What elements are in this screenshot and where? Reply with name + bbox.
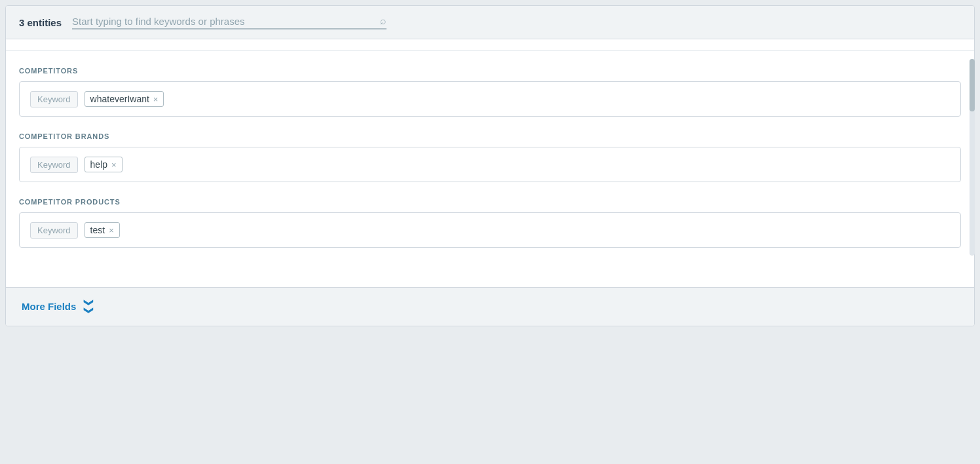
tag-text-help: help <box>90 159 107 170</box>
keyword-row-competitor-products: Keyword test × <box>19 212 961 248</box>
tag-text-test: test <box>90 225 105 235</box>
search-header: 3 entities ⌕ <box>6 6 974 39</box>
search-icon: ⌕ <box>380 15 386 27</box>
main-panel: 3 entities ⌕ COMPETITORS Keyword whateve… <box>5 5 975 326</box>
footer-bar: More Fields ❯❯ <box>6 287 974 326</box>
tag-whateverlwant: whateverIwant × <box>85 91 164 107</box>
section-title-competitor-brands: COMPETITOR BRANDS <box>19 132 961 140</box>
search-input[interactable] <box>72 16 376 27</box>
tag-remove-whateverlwant[interactable]: × <box>153 95 159 104</box>
tag-text-whateverlwant: whateverIwant <box>90 94 149 104</box>
scroll-track <box>970 59 975 256</box>
tag-remove-test[interactable]: × <box>109 226 114 235</box>
scroll-thumb[interactable] <box>970 59 975 111</box>
more-fields-label: More Fields <box>22 301 76 312</box>
entities-count: 3 entities <box>19 17 62 28</box>
keyword-label-competitor-brands: Keyword <box>30 157 78 173</box>
keyword-label-competitor-products: Keyword <box>30 222 78 239</box>
chevron-down-icon: ❯❯ <box>84 299 94 315</box>
more-fields-button[interactable]: More Fields ❯❯ <box>22 301 97 312</box>
tag-help: help × <box>85 157 122 172</box>
partial-scroll-row <box>6 39 974 51</box>
page-wrapper: 3 entities ⌕ COMPETITORS Keyword whateve… <box>0 0 980 464</box>
tag-test: test × <box>85 222 120 238</box>
section-competitor-products: COMPETITOR PRODUCTS Keyword test × <box>19 198 961 248</box>
section-title-competitor-products: COMPETITOR PRODUCTS <box>19 198 961 206</box>
tag-remove-help[interactable]: × <box>111 161 117 169</box>
section-competitor-brands: COMPETITOR BRANDS Keyword help × <box>19 132 961 182</box>
keyword-label-competitors: Keyword <box>30 91 78 107</box>
keyword-row-competitor-brands: Keyword help × <box>19 147 961 182</box>
keyword-row-competitors: Keyword whateverIwant × <box>19 81 961 117</box>
section-competitors: COMPETITORS Keyword whateverIwant × <box>19 67 961 117</box>
search-input-wrapper[interactable]: ⌕ <box>72 15 386 29</box>
content-area: COMPETITORS Keyword whateverIwant × COMP… <box>6 67 974 261</box>
section-title-competitors: COMPETITORS <box>19 67 961 75</box>
